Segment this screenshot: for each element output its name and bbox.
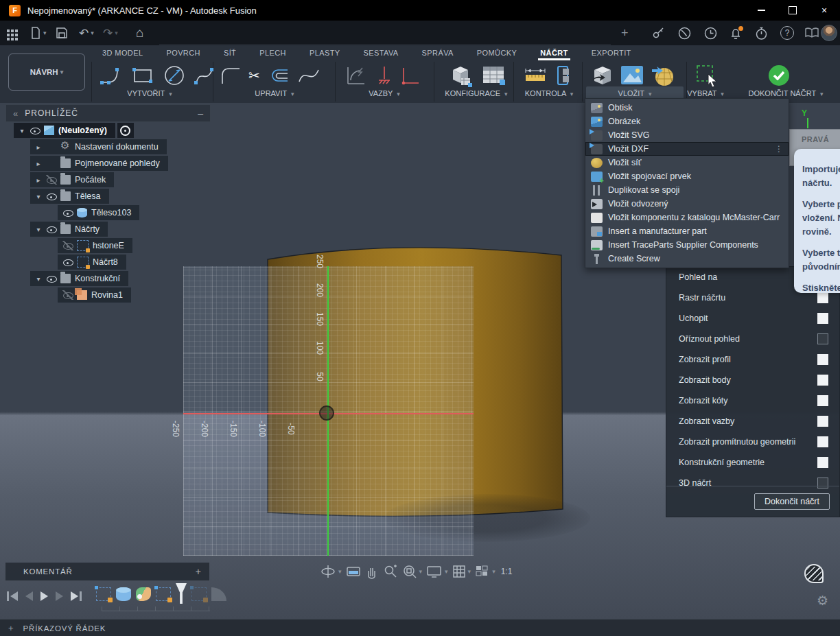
menu-item-create-screw[interactable]: Create Screw ⋮ [585,252,789,266]
minimize-button[interactable] [745,0,777,21]
add-comment-icon[interactable]: + [196,566,201,577]
app-launcher-button[interactable] [7,21,10,45]
redo-button[interactable]: ↷▾ [103,21,118,45]
look-at-button[interactable] [346,565,361,578]
tree-chevron-icon[interactable] [33,143,44,151]
viewports-button[interactable]: ▾ [475,565,495,578]
menu-item-obtisk[interactable]: Obtisk ⋮ [585,101,789,115]
tab-3d-model[interactable]: 3D MODEL [91,45,154,60]
tab-plasty[interactable]: PLASTY [298,45,352,60]
save-button[interactable] [56,21,67,45]
menu-item-vlozit-odvozeny[interactable]: Vložit odvozený ⋮ [585,197,789,211]
minimize-panel-icon[interactable]: – [198,108,203,119]
palette-row-zobrazit-koty[interactable]: Zobrazit kóty [666,390,839,411]
comment-bar[interactable]: KOMENTÁŘ + [5,563,209,581]
menu-item-vlozit-dxf[interactable]: Vložit DXF ⋮ [585,142,789,156]
visibility-eye-icon[interactable] [62,208,74,217]
menu-item-insert-manufacturer-part[interactable]: Insert a manufacturer part ⋮ [585,224,789,238]
visibility-eye-icon[interactable] [62,290,74,300]
finish-group-label[interactable]: DOKONČIT NÁČRT ▾ [749,89,824,97]
tab-pomucky[interactable]: POMŮCKY [465,45,528,60]
timeline-suppressed-feature[interactable] [211,587,226,601]
timeline-cylinder-feature[interactable] [116,587,131,601]
tree-chevron-icon[interactable] [16,127,27,134]
menu-item-obrazek[interactable]: Obrázek ⋮ [585,115,789,128]
go-to-end-button[interactable] [71,591,82,601]
timeline-scrubber[interactable] [176,583,187,604]
trim-tool-button[interactable]: ✂ [248,67,260,84]
offset-tool-button[interactable] [267,64,290,87]
finish-sketch-palette-button[interactable]: Dokončit náčrt [754,493,830,510]
tab-sprava[interactable]: SPRÁVA [410,45,465,60]
tree-chevron-icon[interactable] [33,275,44,283]
menu-item-vlozit-svg[interactable]: Vložit SVG ⋮ [585,128,789,142]
tab-povrch[interactable]: POVRCH [154,45,211,60]
insert-derive-button[interactable] [589,63,614,88]
tab-plech[interactable]: PLECH [248,45,298,60]
scale-indicator[interactable]: 1:1 [501,567,513,576]
checkbox[interactable] [817,436,828,447]
home-button[interactable]: ⌂ [136,21,143,45]
tree-item-pocatek[interactable]: Počátek [5,172,211,188]
checkbox[interactable] [817,333,828,344]
timeline-track[interactable] [102,606,210,611]
fix-constraint-button[interactable] [399,64,420,87]
menu-item-mcmaster-carr[interactable]: Vložit komponentu z katalogu McMaster-Ca… [585,211,789,224]
section-analysis-button[interactable] [555,64,578,87]
feedback-bubble-icon[interactable] [804,564,824,583]
tab-sestava[interactable]: SESTAVA [352,45,410,60]
new-document-tab-button[interactable]: + [621,21,629,45]
ground-constraint-button[interactable] [376,64,393,87]
menu-item-vlozit-spojovaci-prvek[interactable]: Vložit spojovací prvek ⋮ [585,169,789,183]
insert-image-button[interactable] [620,65,644,86]
command-line-bar[interactable]: + PŘÍKAZOVÝ ŘÁDEK [0,619,840,636]
notifications-button[interactable] [730,21,742,45]
tab-exportit[interactable]: EXPORTIT [580,45,643,60]
curve-tool-button[interactable] [297,64,320,87]
browser-header[interactable]: « PROHLÍŽEČ – [5,104,211,122]
menu-item-vlozit-sit[interactable]: Vložit síť ⋮ [585,156,789,169]
select-button[interactable] [695,63,719,88]
timer-button[interactable] [755,21,768,45]
checkbox[interactable] [817,313,828,324]
visibility-eye-icon[interactable] [45,274,58,283]
menu-item-duplikovat-se-spoji[interactable]: Duplikovat se spoji ⋮ [585,183,789,197]
more-options-icon[interactable]: ⋮ [775,144,783,154]
palette-row-konstrukcni-geometrie[interactable]: Konstrukční geometrie [666,452,839,473]
go-to-start-button[interactable] [7,591,18,601]
visibility-eye-icon[interactable] [45,224,58,234]
tree-item-pojmenovane-pohledy[interactable]: Pojmenované pohledy [5,155,211,172]
line-tool-button[interactable] [99,64,124,87]
tree-item-neulozeny[interactable]: (Neuložený) [5,122,211,139]
inspect-group-label[interactable]: KONTROLA ▾ [525,89,574,97]
tree-item-rovina1[interactable]: Rovina1 [5,287,211,303]
create-group-label[interactable]: VYTVOŘIT ▾ [127,89,172,97]
visibility-eye-icon[interactable] [62,257,74,267]
zoom-button[interactable] [383,564,398,579]
extensions-button[interactable] [652,21,664,45]
tab-sit[interactable]: SÍŤ [212,45,248,60]
undo-button[interactable]: ↶▾ [79,21,94,45]
select-group-label[interactable]: VYBRAT ▾ [687,89,724,97]
visibility-eye-icon[interactable] [45,175,58,185]
active-component-radio[interactable] [117,123,134,138]
visibility-eye-icon[interactable] [45,191,58,201]
insert-group-label[interactable]: VLOŽIT ▾ [618,89,652,97]
palette-row-zobrazit-promitnutou-geometrii[interactable]: Zobrazit promítnutou geometrii [666,432,839,452]
configure-group-label[interactable]: KONFIGURACE ▾ [445,89,507,97]
insert-mesh-button[interactable] [651,64,675,87]
palette-row-oriznout-pohled[interactable]: Oříznout pohled [666,329,839,349]
tree-chevron-icon[interactable] [33,226,44,233]
checkbox[interactable] [817,457,828,468]
constraints-group-label[interactable]: VAZBY ▾ [369,89,400,97]
tree-item-nacrt8[interactable]: Náčrt8 [5,254,211,270]
sketch-dimension-button[interactable] [345,64,369,87]
timeline-settings-gear-icon[interactable]: ⚙ [817,593,828,609]
tree-item-telesa[interactable]: Tělesa [5,188,211,204]
pan-button[interactable] [365,564,379,579]
collapse-panel-icon[interactable]: « [13,108,18,119]
checkbox[interactable] [817,375,828,386]
palette-row-zobrazit-body[interactable]: Zobrazit body [666,370,839,390]
tree-chevron-icon[interactable] [33,160,44,167]
timeline-sketch-feature[interactable] [156,587,171,601]
